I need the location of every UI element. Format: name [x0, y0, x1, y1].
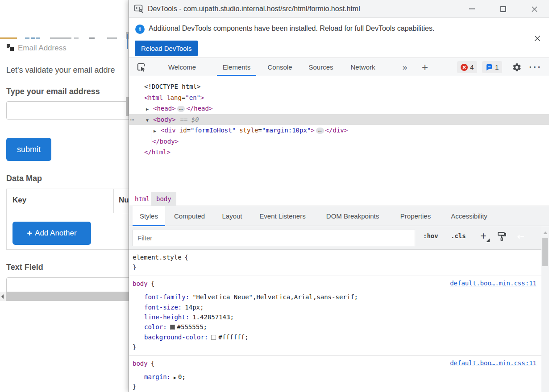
error-badge[interactable]: 4	[457, 61, 477, 73]
horizontal-scrollbar-thumb[interactable]	[6, 292, 129, 301]
tree-node-html-open[interactable]: <htmllang="en">	[129, 92, 549, 103]
infobar-close-button[interactable]	[532, 33, 543, 44]
css-property[interactable]: color:#555555;	[144, 322, 537, 332]
expand-shorthand-icon[interactable]: ▶	[174, 373, 176, 383]
tab-properties[interactable]: Properties	[394, 206, 437, 226]
email-input[interactable]	[6, 101, 129, 120]
infobar-close-icon	[534, 35, 541, 42]
color-swatch[interactable]	[170, 325, 175, 330]
close-icon	[531, 6, 538, 12]
expand-icon[interactable]: ▶	[146, 104, 153, 115]
selected-node-hint: == $0	[180, 116, 199, 123]
more-tabs-icon[interactable]: »	[397, 58, 413, 76]
tag-token: </html>	[144, 149, 171, 156]
inspect-element-icon[interactable]	[136, 62, 146, 74]
reload-devtools-button[interactable]: Reload DevTools	[135, 41, 198, 56]
settings-gear-icon[interactable]	[509, 58, 524, 76]
bracket-token: >	[311, 127, 314, 134]
css-property[interactable]: background-color:#ffffff;	[144, 332, 537, 342]
style-rule-body-2: default.boo….min.css:11 body{ margin:▶0;…	[129, 356, 541, 392]
toggle-element-state-hov[interactable]: :hov	[423, 232, 438, 239]
tree-node-doctype[interactable]: <!DOCTYPE html>	[129, 81, 549, 92]
plus-icon: +	[27, 228, 32, 239]
expand-icon[interactable]: ▶	[154, 126, 161, 137]
property-name[interactable]: font-family:	[144, 293, 189, 301]
css-property[interactable]: margin:▶0;	[144, 372, 537, 382]
tree-node-html-close[interactable]: </html>	[129, 147, 549, 158]
menu-dots-icon[interactable]: ···	[528, 58, 544, 76]
attr-value-token: "margin:10px"	[262, 127, 311, 134]
color-swatch[interactable]	[211, 335, 216, 340]
rule-selector[interactable]: body	[133, 280, 148, 287]
property-value[interactable]: 14px;	[185, 304, 204, 311]
rendering-brush-icon[interactable]	[497, 231, 507, 244]
horizontal-scrollbar[interactable]	[0, 292, 129, 301]
tab-dom-breakpoints[interactable]: DOM Breakpoints	[319, 206, 387, 226]
rule-selector[interactable]: element.style	[133, 254, 182, 261]
property-name[interactable]: line-height:	[144, 314, 189, 321]
new-style-rule-button[interactable]: +	[477, 230, 490, 245]
close-button[interactable]	[527, 0, 541, 18]
tree-node-head[interactable]: ▶<head>…</head>	[129, 103, 549, 114]
tree-node-body-close[interactable]: </body>	[129, 136, 549, 147]
toggle-element-classes-cls[interactable]: .cls	[451, 232, 466, 239]
tab-console[interactable]: Console	[259, 58, 301, 76]
breadcrumb-item-body[interactable]: body	[151, 192, 176, 206]
property-value[interactable]: #555555;	[177, 323, 207, 330]
scroll-left-arrow-icon[interactable]	[0, 292, 6, 301]
form-page: Email Address Let's validate your email …	[0, 0, 129, 392]
tree-node-body-selected[interactable]: ⋯▼<body>== $0	[129, 114, 549, 125]
tab-sources[interactable]: Sources	[301, 58, 341, 76]
scrollbar-thumb[interactable]	[542, 238, 548, 266]
minimize-button[interactable]	[465, 0, 479, 18]
css-property[interactable]: font-size:14px;	[144, 302, 537, 312]
styles-filter-input[interactable]	[133, 230, 415, 246]
open-brace: {	[151, 280, 154, 287]
maximize-button[interactable]	[496, 0, 510, 18]
property-value[interactable]: #ffffff;	[218, 334, 248, 341]
tab-accessibility[interactable]: Accessibility	[443, 206, 495, 226]
info-icon: i	[135, 25, 145, 34]
data-map-heading: Data Map	[6, 174, 42, 183]
tab-styles[interactable]: Styles	[133, 206, 165, 226]
tab-computed[interactable]: Computed	[168, 206, 211, 226]
stylesheet-source-link[interactable]: default.boo….min.css:11	[450, 359, 537, 367]
issues-badge[interactable]: 1	[482, 61, 502, 73]
tab-layout[interactable]: Layout	[216, 206, 248, 226]
tree-node-div[interactable]: ▶<divid="formIoHost"style="margin:10px">…	[129, 125, 549, 136]
scrollbar-up-icon[interactable]	[543, 229, 548, 234]
new-tab-icon[interactable]: +	[417, 58, 433, 76]
node-ellipsis-button[interactable]: …	[177, 106, 185, 112]
css-property[interactable]: font-family:"Helvetica Neue",Helvetica,A…	[144, 292, 537, 302]
css-property[interactable]: line-height:1.42857143;	[144, 312, 537, 322]
elements-tree: <!DOCTYPE html> <htmllang="en"> ▶<head>……	[129, 76, 549, 192]
rule-selector[interactable]: body	[133, 360, 148, 367]
stylesheet-source-link[interactable]: default.boo….min.css:11	[450, 280, 537, 287]
styles-filter-bar: :hov .cls +	[129, 226, 549, 250]
email-field-label: Type your email address	[6, 87, 100, 96]
attr-name-token: id	[179, 127, 187, 134]
property-name[interactable]: background-color:	[144, 334, 208, 341]
tab-welcome[interactable]: Welcome	[159, 58, 205, 76]
tab-elements[interactable]: Elements	[214, 58, 259, 76]
row-menu-dots-icon[interactable]: ⋯	[130, 114, 134, 125]
property-name[interactable]: margin:	[144, 373, 171, 380]
styles-vertical-scrollbar[interactable]	[541, 226, 549, 392]
property-value[interactable]: 1.42857143;	[192, 314, 234, 321]
selection-highlight-fragment	[127, 34, 128, 49]
submit-button[interactable]: submit	[6, 138, 51, 161]
property-name[interactable]: color:	[144, 323, 167, 330]
node-ellipsis-button[interactable]: …	[316, 128, 324, 134]
add-another-button[interactable]: + Add Another	[12, 222, 91, 245]
property-name[interactable]: font-size:	[144, 304, 182, 311]
tab-event-listeners[interactable]: Event Listeners	[254, 206, 312, 226]
infobar-message: Additional DevTools components have been…	[149, 25, 434, 33]
property-value[interactable]: "Helvetica Neue",Helvetica,Arial,sans-se…	[192, 293, 358, 301]
property-value[interactable]: 0;	[178, 373, 186, 380]
component-label: Email Address	[18, 44, 67, 53]
tab-network[interactable]: Network	[342, 58, 383, 76]
style-rule-body-1: default.boo….min.css:11 body{ font-famil…	[129, 276, 541, 356]
issues-icon	[486, 64, 493, 71]
collapse-icon[interactable]: ▼	[146, 115, 153, 126]
attr-name-token: lang	[166, 94, 182, 101]
